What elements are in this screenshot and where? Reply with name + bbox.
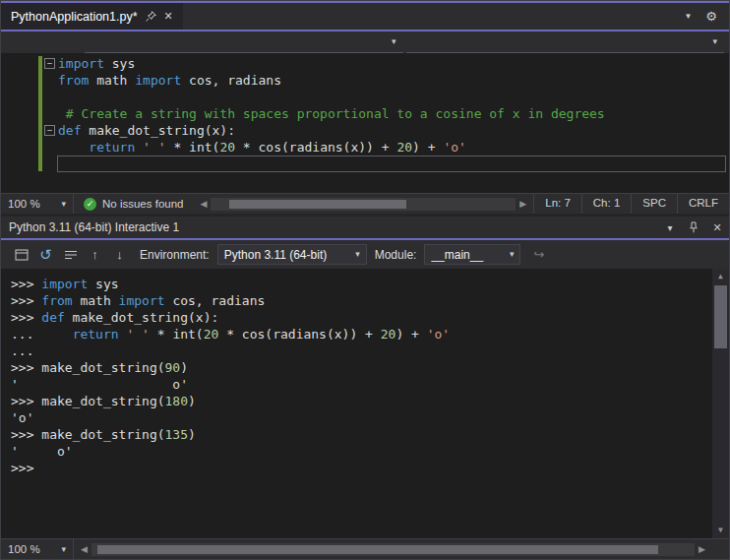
editor-lines: −import sysfrom math import cos, radians…	[1, 55, 729, 172]
code-token: make_dot_string(x):	[65, 310, 219, 325]
member-dropdown[interactable]: ▾	[406, 31, 725, 53]
repl-status-bar: 100 % ▾ ◀ ▶	[1, 538, 729, 559]
code-token: ) +	[395, 327, 426, 342]
history-next-icon[interactable]: ↓	[107, 243, 132, 267]
code-line[interactable]: 'o'	[1, 409, 729, 426]
code-token: ...	[11, 343, 33, 358]
scroll-right-icon[interactable]: ▶	[516, 199, 530, 209]
repl-vertical-scrollbar[interactable]: ▲ ▼	[712, 269, 729, 538]
code-token: 'o'	[443, 140, 465, 155]
tab-title: PythonApplication1.py*	[11, 10, 138, 24]
code-token: ' o'	[11, 444, 73, 459]
code-token: 20	[204, 327, 219, 342]
repl-horizontal-scrollbar[interactable]: ◀ ▶	[74, 539, 729, 559]
interactive-window-icon[interactable]	[9, 243, 33, 267]
environment-label: Environment:	[140, 248, 210, 262]
code-line[interactable]: # Create a string with spaces proportion…	[1, 105, 729, 122]
module-dropdown[interactable]: __main__ ▾	[424, 244, 520, 265]
code-token	[58, 140, 89, 155]
chevron-down-icon: ▾	[510, 250, 515, 259]
close-window-icon[interactable]: ✕	[705, 217, 729, 238]
code-line[interactable]: ... return ' ' * int(20 * cos(radians(x)…	[1, 326, 729, 342]
code-token: sys	[104, 56, 135, 71]
scroll-down-icon[interactable]: ▼	[712, 523, 729, 538]
status-line-number[interactable]: Ln: 7	[533, 194, 581, 214]
status-column-number[interactable]: Ch: 1	[581, 194, 632, 214]
environment-dropdown[interactable]: Python 3.11 (64-bit) ▾	[217, 244, 367, 265]
repl-hscroll-track[interactable]	[91, 543, 695, 556]
status-spaces-mode[interactable]: SPC	[631, 194, 677, 214]
scroll-left-icon[interactable]: ◀	[77, 544, 91, 554]
code-token: * cos(radians(x)) +	[235, 140, 396, 155]
code-token: * int(	[166, 140, 220, 155]
editor-horizontal-scrollbar[interactable]: ◀ ▶	[193, 194, 533, 214]
repl-zoom-value: 100 %	[8, 543, 40, 555]
code-token: 'o'	[427, 327, 450, 342]
editor-hscroll-thumb[interactable]	[229, 200, 406, 209]
repl-zoom-dropdown[interactable]: 100 % ▾	[1, 539, 74, 559]
clear-all-icon[interactable]	[58, 243, 83, 267]
tab-pythonapplication1[interactable]: PythonApplication1.py* ✕	[1, 3, 183, 30]
code-token: >>>	[11, 293, 41, 308]
code-token: 'o'	[11, 410, 33, 425]
code-line[interactable]: ' o'	[1, 443, 729, 460]
code-line[interactable]: >>> make_dot_string(90)	[1, 359, 729, 376]
repl-lines: >>> import sys>>> from math import cos, …	[1, 276, 729, 476]
code-line[interactable]: ...	[1, 342, 729, 359]
history-previous-icon[interactable]: ↑	[83, 243, 107, 267]
code-token: >>> make_dot_string(	[11, 394, 165, 408]
document-list-chevron-icon[interactable]: ▼	[684, 11, 692, 22]
code-token: * int(	[150, 327, 204, 342]
issues-indicator[interactable]: ✓ No issues found	[74, 198, 193, 211]
code-line[interactable]: >>> make_dot_string(180)	[1, 393, 729, 409]
pin-tab-icon[interactable]	[146, 11, 156, 22]
code-token: math	[89, 73, 135, 88]
editor-zoom-dropdown[interactable]: 100 % ▾	[1, 194, 74, 214]
repl-hscroll-thumb[interactable]	[97, 545, 658, 554]
interactive-window-title-bar[interactable]: Python 3.11 (64-bit) Interactive 1 ▾ ✕	[1, 217, 729, 238]
code-line[interactable]	[1, 156, 729, 172]
fold-collapse-icon[interactable]: −	[44, 58, 55, 69]
editor-hscroll-track[interactable]	[211, 198, 516, 211]
code-line[interactable]: >>>	[1, 460, 729, 476]
code-line[interactable]: >>> make_dot_string(135)	[1, 426, 729, 443]
scroll-right-icon[interactable]: ▶	[695, 544, 709, 554]
code-token: >>>	[11, 461, 41, 475]
reset-repl-icon[interactable]: ↺	[33, 243, 58, 267]
code-editor[interactable]: −import sysfrom math import cos, radians…	[1, 53, 729, 193]
code-line[interactable]: return ' ' * int(20 * cos(radians(x)) + …	[1, 139, 729, 156]
scroll-left-icon[interactable]: ◀	[196, 199, 211, 209]
code-line[interactable]: from math import cos, radians	[1, 72, 729, 89]
code-token: ' '	[143, 140, 165, 155]
scroll-up-icon[interactable]: ▲	[712, 269, 729, 284]
code-line[interactable]: −def make_dot_string(x):	[1, 122, 729, 139]
close-tab-icon[interactable]: ✕	[164, 11, 173, 22]
project-dropdown[interactable]: ▾	[85, 31, 403, 53]
gear-icon[interactable]: ⚙	[705, 11, 717, 22]
code-line[interactable]	[1, 89, 729, 105]
code-line[interactable]: ' o'	[1, 376, 729, 393]
interactive-window-title: Python 3.11 (64-bit) Interactive 1	[9, 220, 179, 234]
code-line[interactable]: >>> def make_dot_string(x):	[1, 309, 729, 326]
tool-window-actions: ▾ ✕	[658, 217, 729, 238]
interactive-toolbar: ↺ ↑ ↓ Environment: Python 3.11 (64-bit) …	[1, 240, 729, 269]
fold-collapse-icon[interactable]: −	[44, 125, 55, 136]
window-position-chevron-icon[interactable]: ▾	[658, 217, 682, 238]
code-token: >>> make_dot_string(	[11, 427, 165, 442]
code-token: return	[73, 327, 119, 342]
code-token: make_dot_string(x):	[81, 123, 235, 138]
pin-window-icon[interactable]	[682, 217, 705, 238]
code-token: import	[41, 277, 88, 291]
code-token: ...	[11, 327, 73, 342]
code-line[interactable]: >>> import sys	[1, 276, 729, 292]
repl-vscroll-thumb[interactable]	[714, 285, 727, 348]
interactive-repl[interactable]: >>> import sys>>> from math import cos, …	[1, 269, 729, 538]
navigation-bar-spacer	[1, 31, 85, 53]
code-line[interactable]: >>> from math import cos, radians	[1, 292, 729, 309]
status-line-ending[interactable]: CRLF	[677, 194, 729, 214]
code-line[interactable]: −import sys	[1, 55, 729, 72]
code-token: 20	[219, 140, 235, 155]
editor-status-bar: 100 % ▾ ✓ No issues found ◀ ▶ Ln: 7 Ch: …	[1, 193, 729, 214]
redo-icon[interactable]: ↪	[526, 243, 551, 267]
code-token: import	[58, 56, 104, 71]
